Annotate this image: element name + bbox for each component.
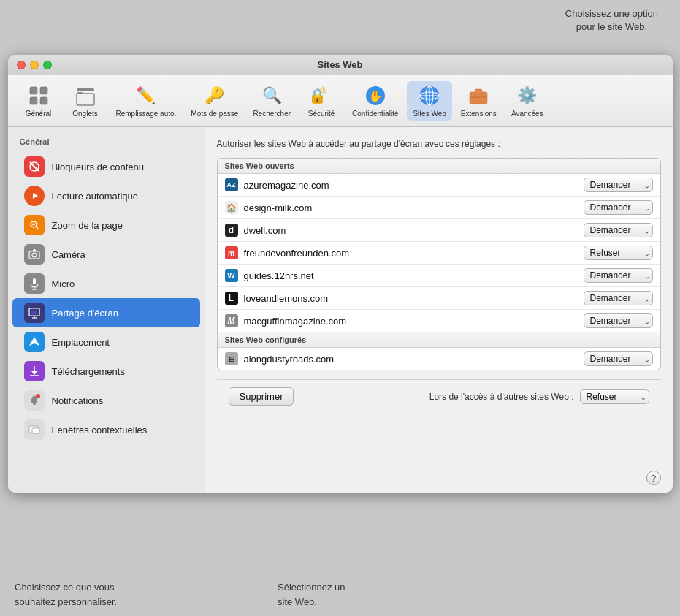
toolbar-tabs[interactable]: Onglets <box>64 81 107 121</box>
location-icon <box>24 332 45 352</box>
toolbar-autofill-label: Remplissage auto. <box>116 110 177 118</box>
sidebar-item-autoplay-label: Lecture automatique <box>52 191 139 202</box>
toolbar-passwords[interactable]: 🔑 Mots de passe <box>185 81 244 121</box>
table-row[interactable]: d dwell.com DemanderRefuserAutoriser <box>218 219 660 242</box>
svg-rect-32 <box>33 278 36 284</box>
table-row[interactable]: 🏠 design-milk.com DemanderRefuserAutoris… <box>218 197 660 219</box>
svg-rect-37 <box>31 311 37 314</box>
sidebar: Général Bloqueurs de contenu Lecture aut… <box>8 127 205 493</box>
site-icon-loveandlemons: L <box>225 292 238 305</box>
svg-rect-22 <box>28 218 41 232</box>
main-content: Général Bloqueurs de contenu Lecture aut… <box>8 127 673 493</box>
site-name-design-milk: design-milk.com <box>244 202 578 213</box>
sidebar-item-location[interactable]: Emplacement <box>12 327 200 357</box>
svg-text:✋: ✋ <box>368 89 383 103</box>
svg-point-48 <box>36 394 40 398</box>
other-sites-select[interactable]: DemanderRefuserAutoriser <box>580 389 649 404</box>
svg-rect-3 <box>40 97 47 104</box>
svg-rect-47 <box>33 403 36 405</box>
toolbar-general-label: Général <box>26 110 52 118</box>
site-name-guides12hrs: guides.12hrs.net <box>244 270 578 281</box>
toolbar-privacy[interactable]: ✋ Confidentialité <box>346 81 404 121</box>
sidebar-item-content-blockers[interactable]: Bloqueurs de contenu <box>12 152 200 181</box>
sidebar-item-downloads[interactable]: Téléchargements <box>12 357 200 386</box>
sidebar-item-microphone[interactable]: Micro <box>12 269 200 298</box>
toolbar-security-label: Sécurité <box>308 110 335 118</box>
sidebar-item-camera[interactable]: Caméra <box>12 240 200 269</box>
help-button[interactable]: ? <box>646 471 661 485</box>
svg-rect-1 <box>30 97 37 104</box>
site-select-macguffinmagazine[interactable]: DemanderRefuserAutoriser <box>584 313 653 328</box>
maximize-button[interactable] <box>43 61 52 69</box>
site-select-wrapper[interactable]: DemanderRefuserAutoriser <box>584 291 653 305</box>
sidebar-header: Général <box>8 134 205 152</box>
sidebar-item-autoplay[interactable]: Lecture automatique <box>12 181 200 210</box>
sidebar-item-zoom[interactable]: Zoom de la page <box>12 210 200 240</box>
site-select-guides12hrs[interactable]: DemanderRefuserAutoriser <box>584 268 653 283</box>
bottom-bar: Supprimer Lors de l'accès à d'autres sit… <box>217 379 661 413</box>
general-icon <box>27 84 50 107</box>
site-select-wrapper[interactable]: DemanderRefuserAutoriser <box>584 268 653 283</box>
sidebar-item-screen-sharing[interactable]: Partage d'écran <box>12 298 200 327</box>
minimize-button[interactable] <box>30 61 39 69</box>
sites-table: Sites Web ouverts AZ azuremagazine.com D… <box>217 158 661 370</box>
site-icon-macguffinmagazine: M <box>225 314 238 327</box>
sidebar-item-screen-sharing-label: Partage d'écran <box>52 308 118 319</box>
toolbar-search[interactable]: 🔍 Rechercher <box>247 81 297 121</box>
table-row[interactable]: AZ azuremagazine.com DemanderRefuserAuto… <box>218 174 660 197</box>
site-select-loveandlemons[interactable]: DemanderRefuserAutoriser <box>584 291 653 305</box>
site-select-wrapper[interactable]: DemanderRefuserAutoriser <box>584 200 653 215</box>
site-select-wrapper[interactable]: DemanderRefuserAutoriser <box>584 223 653 237</box>
notifications-icon <box>24 390 45 411</box>
site-icon-freundevonfreunden: m <box>225 246 238 259</box>
site-select-wrapper[interactable]: DemanderRefuserAutoriser <box>584 178 653 192</box>
toolbar: Général Onglets ✏️ Remplissage auto. 🔑 M… <box>8 75 673 127</box>
toolbar-privacy-label: Confidentialité <box>352 110 398 118</box>
open-sites-header: Sites Web ouverts <box>218 159 660 174</box>
site-select-wrapper[interactable]: DemanderRefuserAutoriser <box>584 246 653 260</box>
table-row[interactable]: M macguffinmagazine.com DemanderRefuserA… <box>218 310 660 332</box>
table-row[interactable]: ⊞ alongdustyroads.com DemanderRefuserAut… <box>218 348 660 370</box>
toolbar-websites[interactable]: Sites Web <box>407 81 451 121</box>
popups-icon <box>24 419 45 440</box>
site-select-freundevonfreunden[interactable]: DemanderRefuserAutoriser <box>584 246 653 260</box>
sidebar-item-camera-label: Caméra <box>52 249 85 260</box>
toolbar-extensions[interactable]: Extensions <box>455 81 503 121</box>
site-icon-guides12hrs: W <box>225 269 238 282</box>
site-select-design-milk[interactable]: DemanderRefuserAutoriser <box>584 200 653 215</box>
sidebar-item-location-label: Emplacement <box>52 337 110 348</box>
table-row[interactable]: W guides.12hrs.net DemanderRefuserAutori… <box>218 265 660 287</box>
toolbar-advanced[interactable]: ⚙️ Avancées <box>505 81 549 121</box>
delete-button[interactable]: Supprimer <box>229 387 294 406</box>
toolbar-security[interactable]: 🔒 ⚠ Sécurité <box>299 81 343 121</box>
svg-rect-0 <box>30 87 37 94</box>
privacy-icon: ✋ <box>364 84 387 107</box>
site-icon-alongdustyroads: ⊞ <box>225 352 238 365</box>
toolbar-extensions-label: Extensions <box>461 110 497 118</box>
extensions-icon <box>467 84 490 107</box>
site-select-dwell[interactable]: DemanderRefuserAutoriser <box>584 223 653 237</box>
site-select-azuremagazine[interactable]: DemanderRefuserAutoriser <box>584 178 653 192</box>
passwords-icon: 🔑 <box>203 84 226 107</box>
site-name-azuremagazine: azuremagazine.com <box>244 180 578 191</box>
toolbar-tabs-label: Onglets <box>72 110 97 118</box>
downloads-icon <box>24 361 45 381</box>
site-select-wrapper[interactable]: DemanderRefuserAutoriser <box>584 313 653 328</box>
sidebar-item-notifications[interactable]: Notifications <box>12 386 200 415</box>
table-row[interactable]: L loveandlemons.com DemanderRefuserAutor… <box>218 287 660 310</box>
other-sites-select-wrapper[interactable]: DemanderRefuserAutoriser <box>580 389 649 404</box>
svg-rect-4 <box>77 88 94 91</box>
table-row[interactable]: m freundevonfreunden.com DemanderRefuser… <box>218 242 660 265</box>
site-select-wrapper[interactable]: DemanderRefuserAutoriser <box>584 351 653 366</box>
microphone-icon <box>24 273 45 294</box>
titlebar: Sites Web <box>8 55 673 75</box>
close-button[interactable] <box>17 61 26 69</box>
sidebar-item-notifications-label: Notifications <box>52 395 104 406</box>
sidebar-item-popups[interactable]: Fenêtres contextuelles <box>12 415 200 444</box>
site-select-alongdustyroads[interactable]: DemanderRefuserAutoriser <box>584 351 653 366</box>
toolbar-general[interactable]: Général <box>17 81 61 121</box>
sidebar-item-zoom-label: Zoom de la page <box>52 220 123 231</box>
toolbar-autofill[interactable]: ✏️ Remplissage auto. <box>110 81 183 121</box>
site-name-loveandlemons: loveandlemons.com <box>244 293 578 304</box>
search-icon: 🔍 <box>260 84 283 107</box>
